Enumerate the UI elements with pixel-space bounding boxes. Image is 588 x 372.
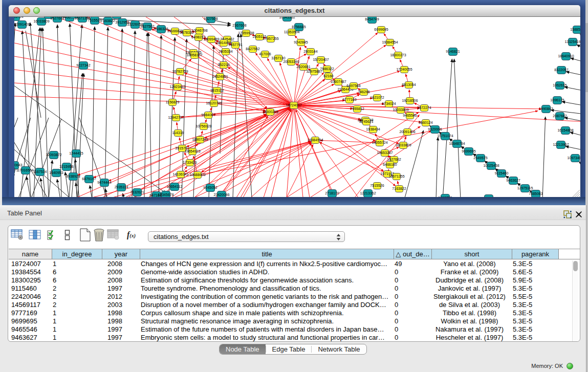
svg-text:19384554: 19384554 <box>382 40 398 44</box>
svg-text:16033809: 16033809 <box>395 143 411 147</box>
svg-text:6466160: 6466160 <box>383 163 397 166</box>
svg-text:1527602: 1527602 <box>387 158 401 161</box>
svg-text:417006: 417006 <box>259 52 271 56</box>
svg-text:3215958: 3215958 <box>59 165 73 168</box>
svg-text:6879197: 6879197 <box>82 177 96 181</box>
svg-text:15751074: 15751074 <box>437 134 453 138</box>
svg-text:2549575: 2549575 <box>473 156 487 160</box>
svg-text:17957255: 17957255 <box>263 37 278 40</box>
svg-text:9227342: 9227342 <box>76 63 90 67</box>
svg-text:6099695: 6099695 <box>374 28 388 31</box>
svg-text:8454749: 8454749 <box>365 17 379 21</box>
svg-text:9699695: 9699695 <box>462 149 475 153</box>
svg-text:17359938: 17359938 <box>238 31 254 35</box>
svg-text:10025458: 10025458 <box>483 164 499 167</box>
svg-text:18300295: 18300295 <box>262 110 278 114</box>
svg-text:8745621: 8745621 <box>359 120 373 123</box>
svg-text:8756685: 8756685 <box>292 25 306 29</box>
svg-text:10756928: 10756928 <box>195 124 211 128</box>
svg-text:14136141: 14136141 <box>172 172 188 176</box>
svg-text:16033809: 16033809 <box>33 19 49 23</box>
svg-text:9329996: 9329996 <box>428 127 442 131</box>
svg-text:1640953: 1640953 <box>49 171 63 174</box>
svg-text:16648784: 16648784 <box>449 142 465 145</box>
svg-text:9245052: 9245052 <box>203 186 217 189</box>
svg-text:9327508: 9327508 <box>204 17 217 20</box>
svg-text:9777169: 9777169 <box>342 98 356 101</box>
svg-text:6734024: 6734024 <box>382 102 396 105</box>
svg-text:16782759: 16782759 <box>172 70 188 73</box>
svg-text:10654112: 10654112 <box>167 185 183 188</box>
svg-text:8427552: 8427552 <box>246 47 259 51</box>
svg-text:12345678: 12345678 <box>158 193 173 196</box>
svg-text:114319: 114319 <box>172 131 184 135</box>
svg-text:3572274: 3572274 <box>417 106 431 110</box>
svg-text:2087682: 2087682 <box>553 114 567 118</box>
svg-text:7515526: 7515526 <box>88 18 101 22</box>
svg-text:6497568: 6497568 <box>346 84 360 87</box>
svg-text:1062615: 1062615 <box>553 83 567 87</box>
svg-text:12213362: 12213362 <box>360 191 376 195</box>
svg-text:12923443: 12923443 <box>169 85 185 89</box>
svg-text:8186328: 8186328 <box>154 27 168 31</box>
svg-text:23420046: 23420046 <box>213 193 229 196</box>
svg-text:18640910: 18640910 <box>558 54 574 58</box>
svg-text:18907249: 18907249 <box>192 138 208 141</box>
svg-text:15720407: 15720407 <box>313 58 329 61</box>
svg-text:2020651: 2020651 <box>296 65 310 69</box>
svg-text:1615112: 1615112 <box>210 89 224 92</box>
svg-text:7163822: 7163822 <box>101 19 115 23</box>
svg-text:9146821: 9146821 <box>446 50 460 53</box>
svg-text:1167534: 1167534 <box>33 170 47 173</box>
svg-text:14055724: 14055724 <box>372 141 387 144</box>
svg-text:7163822: 7163822 <box>392 187 406 190</box>
svg-text:7986322: 7986322 <box>320 67 334 71</box>
svg-text:10688609: 10688609 <box>189 173 205 177</box>
svg-text:9115460: 9115460 <box>495 171 509 175</box>
svg-text:19654923: 19654923 <box>184 149 200 153</box>
svg-text:14055724: 14055724 <box>14 17 24 18</box>
svg-text:9465546: 9465546 <box>403 114 417 117</box>
svg-text:8660124: 8660124 <box>419 121 432 124</box>
svg-text:20091406: 20091406 <box>399 130 415 134</box>
svg-text:10973493: 10973493 <box>567 156 580 160</box>
svg-text:2718170: 2718170 <box>325 191 339 195</box>
svg-text:10543362: 10543362 <box>279 17 295 19</box>
svg-text:7485063: 7485063 <box>529 192 542 195</box>
svg-text:17016504: 17016504 <box>17 168 33 172</box>
svg-text:20091406: 20091406 <box>14 23 30 26</box>
svg-text:2805334: 2805334 <box>219 50 232 53</box>
svg-text:7955812: 7955812 <box>350 107 364 111</box>
svg-text:14099489: 14099489 <box>203 37 219 41</box>
svg-text:1990843: 1990843 <box>539 107 553 111</box>
svg-text:1156829: 1156829 <box>166 100 180 104</box>
svg-text:9474444: 9474444 <box>97 181 111 184</box>
svg-text:1096175: 1096175 <box>550 98 564 102</box>
svg-text:16154808: 16154808 <box>557 128 573 132</box>
svg-text:2803144: 2803144 <box>303 50 317 53</box>
svg-text:20053346: 20053346 <box>283 60 299 63</box>
svg-text:10046798: 10046798 <box>191 29 207 32</box>
svg-text:12213967: 12213967 <box>553 143 569 146</box>
svg-text:1588520: 1588520 <box>570 28 580 31</box>
svg-text:18300273: 18300273 <box>390 53 406 57</box>
svg-text:8322057: 8322057 <box>554 68 568 72</box>
svg-text:7632621: 7632621 <box>130 190 144 194</box>
svg-text:1938434: 1938434 <box>366 127 380 131</box>
svg-text:17240055: 17240055 <box>396 68 412 71</box>
svg-text:10653267: 10653267 <box>377 151 393 155</box>
svg-text:11353504: 11353504 <box>284 30 300 34</box>
svg-text:19384554: 19384554 <box>307 138 323 142</box>
svg-text:1244415: 1244415 <box>69 151 83 155</box>
svg-text:12093872: 12093872 <box>46 153 61 157</box>
svg-text:8813054: 8813054 <box>402 83 416 86</box>
svg-text:3267130: 3267130 <box>271 56 285 60</box>
svg-text:16120746: 16120746 <box>206 101 222 105</box>
svg-text:9463627: 9463627 <box>506 179 520 182</box>
svg-text:9084067: 9084067 <box>201 113 215 117</box>
svg-text:10958107: 10958107 <box>186 53 202 57</box>
svg-text:9242845: 9242845 <box>294 40 308 44</box>
svg-text:1733426: 1733426 <box>183 161 197 164</box>
svg-text:1621072: 1621072 <box>370 96 384 99</box>
svg-text:12942737: 12942737 <box>168 116 184 119</box>
